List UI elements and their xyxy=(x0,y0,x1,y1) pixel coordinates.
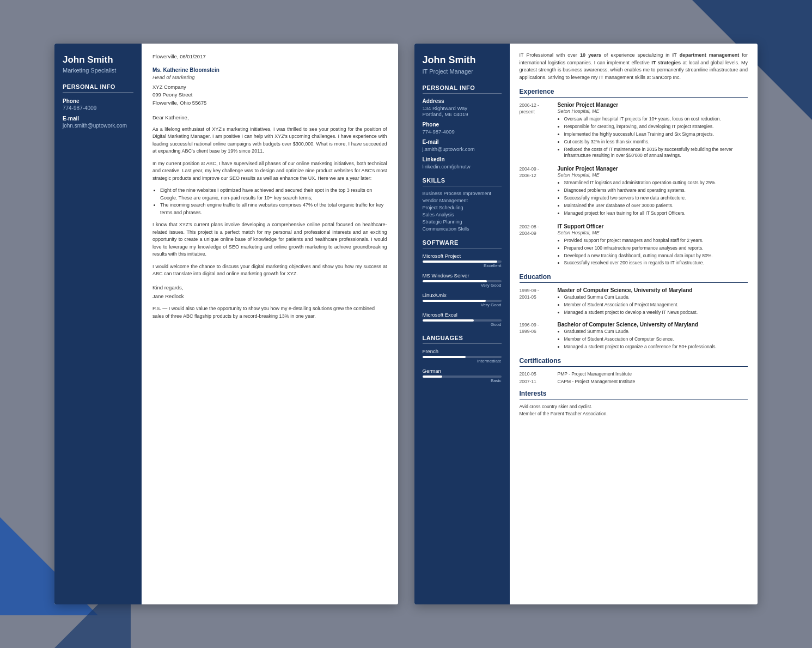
phone-value: 774-987-4009 xyxy=(63,105,133,111)
recipient-name: Ms. Katherine Bloomstein xyxy=(152,67,387,73)
edu-item-masters: 1999-09 -2001-05 Master of Computer Scie… xyxy=(520,287,748,317)
cert-date-1: 2010-05 xyxy=(520,371,558,377)
skills-title: Skills xyxy=(423,177,502,186)
skill-vendor-management: Vendor Management xyxy=(423,198,502,203)
intro-text: IT Professional with over 10 years of ex… xyxy=(520,52,748,81)
cover-letter-date: Flowerville, 06/01/2017 xyxy=(152,53,387,59)
bullet-item-1: Eight of the nine websites I optimized h… xyxy=(160,187,387,202)
skill-communication: Communication Skills xyxy=(423,226,502,232)
exp-bullets-1: Oversaw all major hospital IT projects f… xyxy=(564,116,748,159)
cover-letter-sidebar: John Smith Marketing Specialist Personal… xyxy=(54,44,142,604)
address-value: 134 Rightward Way Portland, ME 04019 xyxy=(423,105,502,117)
exp-bullets-3: Provided support for project managers an… xyxy=(564,238,748,267)
email-label: E-mail xyxy=(423,139,502,145)
languages-title: Languages xyxy=(423,335,502,344)
bullet-list: Eight of the nine websites I optimized h… xyxy=(160,187,387,216)
cover-letter-document: John Smith Marketing Specialist Personal… xyxy=(54,44,398,604)
exp-item-senior-pm: 2006-12 -present Senior Project Manager … xyxy=(520,102,748,160)
language-german: German Basic xyxy=(423,368,502,383)
cert-item-pmp: 2010-05 PMP - Project Management Institu… xyxy=(520,371,748,377)
skill-project-scheduling: Project Scheduling xyxy=(423,205,502,210)
phone-label: Phone xyxy=(63,98,133,104)
email-value: j.smith@uptowork.com xyxy=(423,146,502,152)
exp-detail-2: Junior Project Manager Seton Hospital, M… xyxy=(558,166,748,217)
software-excel: Microsoft Excel Good xyxy=(423,312,502,327)
cert-item-capm: 2007-11 CAPM - Project Management Instit… xyxy=(520,379,748,384)
cert-date-2: 2007-11 xyxy=(520,379,558,384)
paragraph-4: I would welcome the chance to discuss yo… xyxy=(152,263,387,278)
edu-date-2: 1996-09 -1999-06 xyxy=(520,322,558,352)
exp-item-it-support: 2002-08 -2004-09 IT Support Officer Seto… xyxy=(520,223,748,268)
exp-detail-3: IT Support Officer Seton Hospital, ME Pr… xyxy=(558,223,748,268)
languages-list: French Intermediate German Basic xyxy=(423,348,502,383)
email-label: E-mail xyxy=(63,116,133,122)
software-ms-project: Microsoft Project Excellent xyxy=(423,253,502,268)
personal-info-section-title: Personal Info xyxy=(63,83,133,93)
language-french: French Intermediate xyxy=(423,348,502,364)
exp-bullets-2: Streamlined IT logistics and administrat… xyxy=(564,180,748,216)
exp-item-junior-pm: 2004-09 -2006-12 Junior Project Manager … xyxy=(520,166,748,217)
education-heading: Education xyxy=(520,273,748,283)
exp-detail-1: Senior Project Manager Seton Hospital, M… xyxy=(558,102,748,160)
cert-name-1: PMP - Project Management Institute xyxy=(558,371,632,377)
resume-name: John Smith xyxy=(423,54,502,66)
software-title: Software xyxy=(423,239,502,249)
resume-title: IT Project Manager xyxy=(423,68,502,75)
skill-business-process: Business Process Improvement xyxy=(423,191,502,196)
software-linux-unix: Linux/Unix Very Good xyxy=(423,292,502,307)
paragraph-2: In my current position at ABC, I have su… xyxy=(152,160,387,183)
software-windows-server: MS Windows Server Very Good xyxy=(423,272,502,288)
resume-document: John Smith IT Project Manager Personal I… xyxy=(414,44,758,604)
edu-date-1: 1999-09 -2001-05 xyxy=(520,287,558,317)
experience-heading: Experience xyxy=(520,88,748,98)
exp-date-2: 2004-09 -2006-12 xyxy=(520,166,558,217)
cover-letter-title: Marketing Specialist xyxy=(63,67,133,74)
edu-detail-2: Bachelor of Computer Science, University… xyxy=(558,322,748,352)
paragraph-3: I know that XYZ's current plans involve … xyxy=(152,221,387,258)
bullet-item-2: The incoming search engine traffic to al… xyxy=(160,202,387,216)
resume-content: IT Professional with over 10 years of ex… xyxy=(510,44,758,604)
interest-1: Avid cross country skier and cyclist. xyxy=(520,404,748,409)
linkedin-value: linkedin.com/johnutw xyxy=(423,163,502,169)
email-value: john.smith@uptowork.com xyxy=(63,123,133,129)
linkedin-label: LinkedIn xyxy=(423,156,502,162)
personal-info-title: Personal Info xyxy=(423,84,502,94)
resume-sidebar: John Smith IT Project Manager Personal I… xyxy=(414,44,510,604)
exp-date-3: 2002-08 -2004-09 xyxy=(520,223,558,268)
paragraph-1: As a lifelong enthusiast of XYZ's market… xyxy=(152,126,387,155)
skills-list: Business Process Improvement Vendor Mana… xyxy=(423,191,502,232)
edu-bullets-2: Graduated Summa Cum Laude. Member of Stu… xyxy=(564,329,748,350)
edu-item-bachelors: 1996-09 -1999-06 Bachelor of Computer Sc… xyxy=(520,322,748,352)
interests-heading: Interests xyxy=(520,390,748,399)
skill-strategic-planning: Strategic Planning xyxy=(423,219,502,225)
closing: Kind regards, Jane Redlock xyxy=(152,283,387,301)
recipient-title: Head of Marketing xyxy=(152,74,387,80)
main-container: John Smith Marketing Specialist Personal… xyxy=(54,44,758,604)
phone-value: 774-987-4009 xyxy=(423,129,502,135)
interest-2: Member of the Parent Teacher Association… xyxy=(520,411,748,416)
software-list: Microsoft Project Excellent MS Windows S… xyxy=(423,253,502,327)
edu-bullets-1: Graduated Summa Cum Laude. Member of Stu… xyxy=(564,294,748,316)
certifications-heading: Certifications xyxy=(520,357,748,367)
company-info: XYZ Company 099 Peony Street Flowerville… xyxy=(152,83,387,107)
cover-letter-content: Flowerville, 06/01/2017 Ms. Katherine Bl… xyxy=(142,44,398,604)
postscript: P.S. — I would also value the opportunit… xyxy=(152,305,387,320)
address-label: Address xyxy=(423,98,502,104)
exp-date-1: 2006-12 -present xyxy=(520,102,558,160)
edu-detail-1: Master of Computer Science, University o… xyxy=(558,287,748,317)
cert-name-2: CAPM - Project Management Institute xyxy=(558,379,636,384)
phone-label: Phone xyxy=(423,122,502,128)
skill-sales-analysis: Sales Analysis xyxy=(423,212,502,217)
cover-letter-name: John Smith xyxy=(63,54,133,65)
salutation: Dear Katherine, xyxy=(152,114,387,120)
